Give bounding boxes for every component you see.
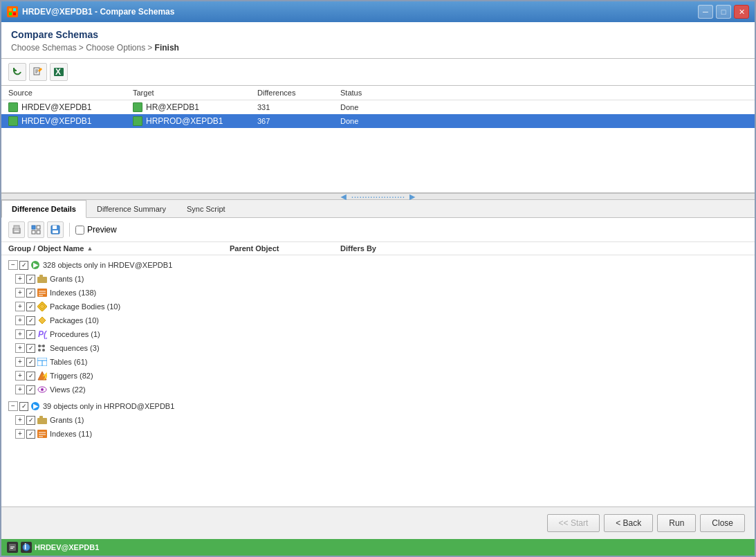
svg-text:i: i (24, 543, 26, 551)
packages-icon (37, 315, 48, 326)
breadcrumb-separator1: > (79, 43, 86, 53)
svg-rect-14 (32, 226, 35, 229)
tree-row[interactable]: + P() Procedures (1) (1, 327, 755, 341)
checkbox-pkgs-1[interactable] (26, 316, 35, 325)
start-button[interactable]: << Start (547, 514, 600, 532)
save-button[interactable] (47, 221, 64, 238)
expand-btn-pkgs-1[interactable]: + (15, 316, 25, 325)
expand-btn-triggers-1[interactable]: + (15, 371, 25, 381)
expand-btn-procs-1[interactable]: + (15, 329, 25, 339)
tree-row[interactable]: + Grants (1) (1, 413, 755, 427)
footer-buttons: << Start < Back Run Close (1, 506, 755, 539)
svg-rect-0 (9, 8, 12, 11)
breadcrumb-choose-schemas: Choose Schemas (11, 43, 77, 53)
tree-row[interactable]: + Sequences (1, 341, 755, 355)
svg-point-42 (41, 388, 44, 391)
select-all-button[interactable] (28, 221, 44, 238)
svg-point-32 (38, 349, 41, 351)
grid-status-1: Done (340, 103, 409, 111)
tab-difference-details[interactable]: Difference Details (1, 200, 86, 218)
checkbox-triggers-1[interactable] (26, 372, 35, 381)
checkbox-tables-1[interactable] (26, 358, 35, 367)
checkbox-1[interactable] (19, 261, 28, 270)
tree-row[interactable]: + Grants (1) (1, 272, 755, 286)
svg-text:⚡: ⚡ (41, 371, 47, 381)
tab-difference-summary[interactable]: Difference Summary (86, 200, 176, 218)
breadcrumb-separator2: > (147, 43, 154, 53)
close-button-footer[interactable]: Close (700, 514, 745, 532)
expand-btn-seqs-1[interactable]: + (15, 343, 25, 353)
tree-row[interactable]: + Tables (61) (1, 355, 755, 369)
col-differs-by: Differs By (340, 244, 409, 253)
toolbar-separator (69, 223, 70, 237)
source-db-icon-1 (8, 102, 18, 112)
preview-checkbox-input[interactable] (75, 226, 84, 235)
checkbox-indexes-2[interactable] (26, 430, 35, 439)
svg-rect-50 (10, 547, 15, 547)
checkbox-pkgbodies-1[interactable] (26, 302, 35, 311)
package-bodies-icon (37, 301, 48, 312)
grid-target-2: HRPROD@XEPDB1 (133, 116, 257, 126)
tree-row[interactable]: + Packages (10) (1, 313, 755, 327)
expand-btn-views-1[interactable]: + (15, 385, 25, 394)
tree-row[interactable]: + Package Bodies (10) (1, 300, 755, 313)
grid-status-2: Done (340, 117, 409, 125)
col-parent-object: Parent Object (230, 244, 340, 253)
tree-row[interactable]: + Indexes (11) (1, 427, 755, 441)
svg-rect-1 (13, 8, 16, 11)
procedures-icon: P() (37, 329, 48, 340)
maximize-button[interactable]: □ (716, 5, 731, 19)
checkbox-procs-1[interactable] (26, 330, 35, 339)
status-bar: i HRDEV@XEPDB1 (1, 539, 755, 556)
back-button[interactable]: < Back (604, 514, 653, 532)
main-toolbar: X (1, 59, 755, 86)
tree-header: Group / Object Name ▲ Parent Object Diff… (1, 242, 755, 255)
title-bar: HRDEV@XEPDB1 - Compare Schemas ─ □ ✕ (1, 1, 755, 22)
svg-rect-13 (14, 230, 19, 232)
tree-row[interactable]: − ▶ 328 objects only in HRDEV@XEPDB1 (1, 258, 755, 272)
checkbox-grants-1[interactable] (26, 275, 35, 284)
svg-rect-51 (10, 548, 13, 549)
checkbox-seqs-1[interactable] (26, 344, 35, 353)
expand-btn-1[interactable]: − (8, 260, 18, 270)
expand-btn-tables-1[interactable]: + (15, 357, 25, 367)
tree-row[interactable]: + Views (22) (1, 383, 755, 396)
target-db-icon-1 (133, 102, 142, 112)
svg-rect-16 (32, 230, 35, 234)
svg-rect-17 (37, 230, 40, 234)
col-differences: Differences (257, 89, 340, 97)
svg-marker-29 (39, 317, 46, 324)
expand-btn-2[interactable]: − (8, 401, 18, 411)
print-button[interactable] (8, 221, 25, 238)
checkbox-indexes-1[interactable] (26, 289, 35, 298)
export-button[interactable]: X (50, 63, 68, 81)
grants-icon (37, 273, 48, 284)
page-title: Compare Schemas (11, 29, 745, 40)
checkbox-views-1[interactable] (26, 385, 35, 394)
checkbox-2[interactable] (19, 402, 28, 411)
minimize-button[interactable]: ─ (698, 5, 713, 19)
expand-btn-grants-1[interactable]: + (15, 274, 25, 284)
tree-row[interactable]: + ⚡ Triggers (82) (1, 369, 755, 383)
splitter[interactable]: ◄ ···················· ► (1, 193, 755, 200)
grid-row[interactable]: HRDEV@XEPDB1 HR@XEPDB1 331 Done (1, 100, 755, 114)
grid-row[interactable]: HRDEV@XEPDB1 HRPROD@XEPDB1 367 Done (1, 114, 755, 128)
tree-row[interactable]: − ▶ 39 objects only in HRPROD@XEPDB1 (1, 399, 755, 413)
refresh-button[interactable] (8, 63, 26, 81)
indexes-icon (37, 287, 48, 298)
sequences-icon (37, 343, 48, 354)
preview-checkbox-label[interactable]: Preview (75, 225, 117, 235)
run-button[interactable]: Run (657, 514, 696, 532)
expand-btn-indexes-1[interactable]: + (15, 288, 25, 298)
expand-btn-pkgbodies-1[interactable]: + (15, 302, 25, 311)
expand-btn-grants-2[interactable]: + (15, 415, 25, 425)
tree-row[interactable]: + Indexes (138) (1, 286, 755, 300)
svg-rect-3 (13, 12, 16, 15)
tab-sync-script[interactable]: Sync Script (176, 200, 236, 218)
svg-text:P(): P() (38, 329, 47, 339)
checkbox-grants-2[interactable] (26, 416, 35, 425)
tree-node-hrdev: − ▶ 328 objects only in HRDEV@XEPDB1 + (1, 257, 755, 398)
close-button[interactable]: ✕ (734, 5, 749, 19)
expand-btn-indexes-2[interactable]: + (15, 429, 25, 439)
edit-button[interactable] (29, 63, 47, 81)
